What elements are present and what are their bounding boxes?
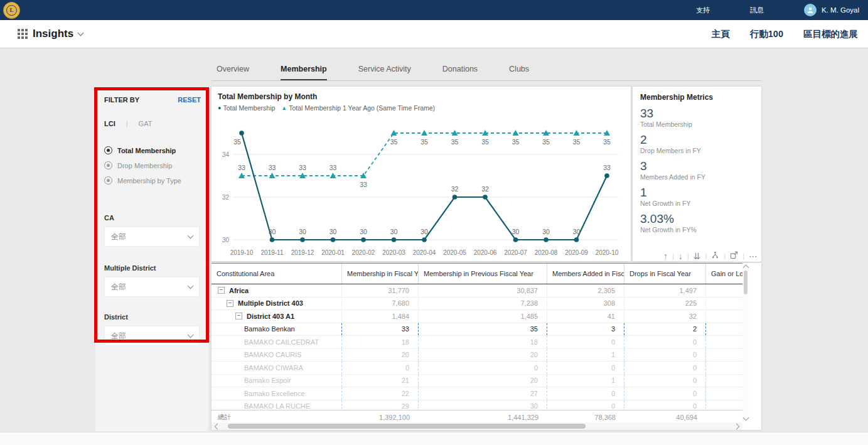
h-scrollbar-thumb[interactable]	[228, 424, 586, 429]
column-header[interactable]: Drops in Fiscal Year	[624, 264, 706, 284]
svg-text:32: 32	[451, 185, 459, 193]
svg-text:33: 33	[299, 164, 306, 171]
table-row[interactable]: BAMAKO CAILCEDRAT181800	[212, 336, 742, 349]
drill-up-icon[interactable]: ↑	[663, 251, 668, 261]
cell-value: 30	[419, 400, 547, 410]
scroll-right-icon[interactable]	[734, 424, 740, 430]
dropdown-select[interactable]: 全部	[104, 326, 200, 346]
insights-dashboard-page: L 支持 訊息 K. M. Goyal Insights 主頁行動100區目標的…	[0, 0, 868, 445]
cell-value: 21	[342, 375, 419, 387]
more-options-icon[interactable]: ⋯	[749, 251, 758, 261]
table-row[interactable]: BAMAKO CAURIS202010	[212, 349, 742, 362]
vertical-scrollbar[interactable]	[742, 263, 749, 422]
column-header[interactable]: Gain or Loss in	[706, 264, 742, 284]
svg-text:2019-11: 2019-11	[261, 249, 284, 256]
svg-text:30: 30	[299, 228, 306, 235]
cell-value: 22	[342, 387, 419, 400]
tab-service-activity[interactable]: Service Activity	[358, 65, 411, 81]
cell-value: 33	[342, 323, 419, 336]
apps-grid-icon	[18, 29, 28, 39]
table-body: –Africa31,77030,8372,3051,497–Multiple D…	[212, 284, 742, 410]
cell-value: 0	[624, 362, 706, 374]
horizontal-scrollbar[interactable]	[212, 422, 742, 430]
toolbar-divider: |	[687, 252, 689, 260]
radio-drop-membership[interactable]: Drop Membership	[104, 161, 181, 169]
radio-icon	[104, 161, 112, 169]
svg-text:2019-12: 2019-12	[291, 249, 314, 256]
filter-dropdown-district: District全部	[104, 313, 200, 346]
collapse-icon[interactable]: –	[218, 287, 225, 294]
cell-value: 1,485	[419, 310, 547, 323]
nav-home[interactable]: 主頁	[712, 28, 730, 40]
membership-line-chart[interactable]: 3032342019-102019-112019-122020-012020-0…	[212, 112, 626, 261]
table-row[interactable]: Bamako Excellence222700	[212, 387, 742, 400]
svg-text:32: 32	[222, 194, 230, 201]
lions-club-logo-icon[interactable]: L	[3, 2, 20, 19]
focus-mode-icon[interactable]	[730, 251, 738, 261]
svg-text:30: 30	[330, 228, 337, 235]
scroll-up-icon[interactable]	[743, 265, 749, 271]
dropdown-select[interactable]: 全部	[104, 277, 200, 297]
column-header[interactable]: Constitutional Area	[212, 264, 342, 284]
expand-next-level-icon[interactable]: ⇊	[694, 251, 701, 261]
messages-link[interactable]: 訊息	[750, 6, 764, 15]
collapse-icon[interactable]: –	[235, 313, 242, 319]
user-menu[interactable]: K. M. Goyal	[804, 4, 859, 16]
tab-membership[interactable]: Membership	[281, 65, 327, 81]
tab-donations[interactable]: Donations	[442, 65, 478, 81]
svg-text:30: 30	[390, 228, 398, 235]
svg-text:35: 35	[451, 138, 459, 146]
column-header[interactable]: Members Added in Fiscal Year	[547, 264, 624, 284]
cell-value: 2	[624, 323, 706, 336]
radio-membership-by-type[interactable]: Membership by Type	[104, 176, 181, 185]
cell-value	[706, 284, 742, 297]
legend-item[interactable]: ●Total Membership	[218, 104, 275, 112]
cell-value	[706, 298, 742, 310]
collapse-icon[interactable]: –	[227, 300, 233, 307]
cell-value: 0	[624, 375, 706, 387]
svg-text:33: 33	[238, 164, 245, 171]
cell-value: 18	[419, 336, 547, 348]
table-row[interactable]: BAMAKO LA RUCHE293000	[212, 400, 742, 410]
svg-text:35: 35	[542, 138, 550, 146]
table-row[interactable]: –District 403 A11,4841,4854132	[212, 310, 742, 323]
svg-text:33: 33	[330, 164, 337, 171]
row-label: BAMAKO CAURIS	[212, 349, 342, 362]
cell-value: 0	[342, 362, 419, 374]
table-row[interactable]: Bamako Espoir212010	[212, 375, 742, 388]
svg-text:35: 35	[421, 138, 428, 146]
report-tabs: OverviewMembershipService ActivityDonati…	[217, 65, 529, 81]
tab-clubs[interactable]: Clubs	[509, 65, 529, 81]
scroll-down-icon[interactable]	[743, 415, 749, 421]
table-row[interactable]: BAMAKO CIWARA0000	[212, 362, 742, 375]
support-link[interactable]: 支持	[696, 6, 710, 15]
cell-value: 0	[547, 362, 624, 374]
nav-action-100[interactable]: 行動100	[750, 28, 783, 40]
total-value: 1,441,329	[419, 414, 547, 421]
table-row[interactable]: –Africa31,77030,8372,3051,497	[212, 284, 742, 298]
svg-text:33: 33	[269, 164, 276, 171]
table-row[interactable]: Bamako Benkan333532	[212, 323, 742, 336]
expand-all-levels-icon[interactable]	[711, 251, 719, 261]
dropdown-select[interactable]: 全部	[104, 227, 200, 247]
reset-button[interactable]: RESET	[178, 96, 201, 104]
tab-overview[interactable]: Overview	[217, 65, 249, 81]
toggle-gat[interactable]: GAT	[139, 120, 153, 127]
app-switcher[interactable]: Insights	[18, 28, 83, 40]
circle-marker-icon: ●	[218, 105, 221, 111]
radio-total-membership[interactable]: Total Membership	[104, 146, 181, 154]
table-row[interactable]: –Multiple District 4037,6807,238308225	[212, 298, 742, 311]
total-membership-chart-panel: Total Membership by Month ●Total Members…	[212, 87, 631, 261]
v-scrollbar-thumb[interactable]	[744, 271, 747, 294]
cell-value	[706, 349, 742, 362]
drill-down-icon[interactable]: ↓	[678, 251, 683, 261]
column-header[interactable]: Membership in Fiscal Year	[342, 264, 419, 284]
metric-net-growth-in-fy-: 3.03%Net Growth in FY%	[633, 207, 761, 233]
scroll-left-icon[interactable]	[215, 424, 221, 430]
dropdown-value: 全部	[111, 331, 126, 341]
nav-district-goal-progress[interactable]: 區目標的進展	[803, 28, 858, 40]
column-header[interactable]: Membership in Previous Fiscal Year	[419, 264, 547, 284]
legend-item[interactable]: ▲Total Membership 1 Year Ago (Same Time …	[281, 104, 435, 112]
toggle-lci[interactable]: LCI	[104, 120, 115, 127]
svg-text:30: 30	[421, 228, 428, 235]
